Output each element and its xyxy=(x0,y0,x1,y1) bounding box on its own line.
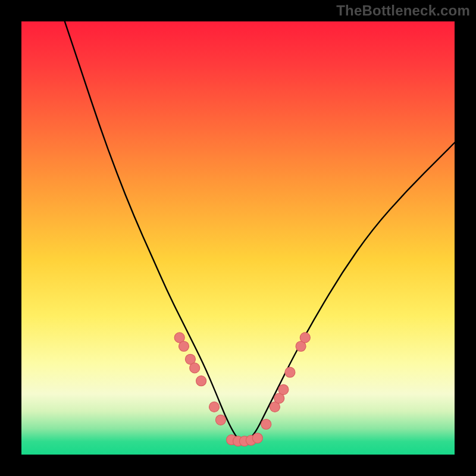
data-marker xyxy=(209,402,220,412)
data-marker xyxy=(261,419,271,430)
curve-svg xyxy=(21,21,455,455)
plot-area xyxy=(21,21,455,455)
data-marker xyxy=(179,342,189,352)
data-marker xyxy=(278,384,289,394)
data-marker xyxy=(300,333,310,343)
watermark-text: TheBottleneck.com xyxy=(336,2,470,19)
data-marker xyxy=(285,367,295,377)
marker-group xyxy=(174,333,310,446)
bottleneck-curve xyxy=(65,21,455,441)
data-marker xyxy=(196,376,206,386)
data-marker xyxy=(252,433,262,443)
chart-stage: TheBottleneck.com xyxy=(0,0,476,476)
data-marker xyxy=(190,363,200,373)
data-marker xyxy=(215,415,226,425)
